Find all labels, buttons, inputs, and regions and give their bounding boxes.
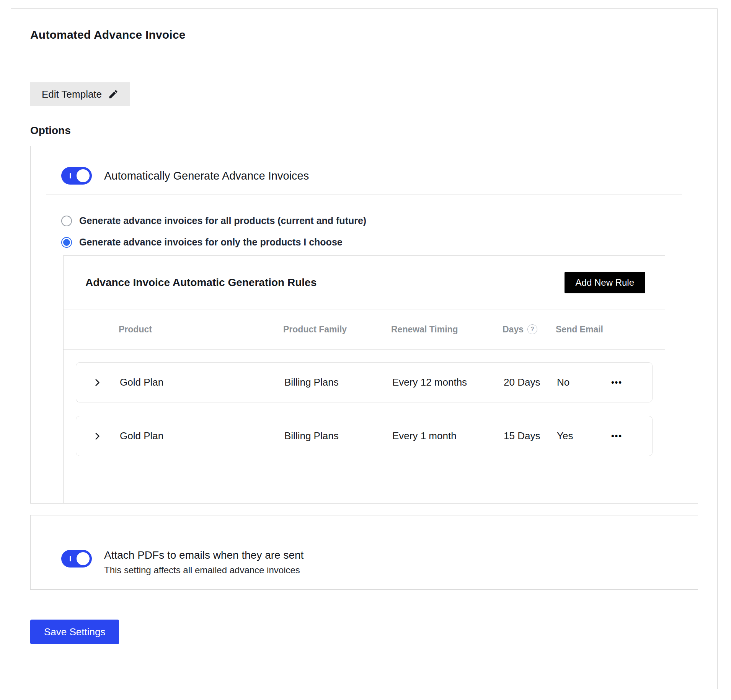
card-header: Automated Advance Invoice [11,9,717,61]
row-expand-button[interactable] [92,431,104,441]
cell-renewal-timing: Every 12 months [392,376,504,388]
card-content: Edit Template Options Automatically Gene… [11,61,717,644]
days-help-icon[interactable]: ? [527,324,537,334]
row-actions-ellipsis-icon[interactable]: ••• [611,432,622,440]
column-header-product-family: Product Family [283,324,391,335]
toggle-on-indicator [70,173,71,178]
cell-days: 15 Days [504,430,557,442]
cell-renewal-timing: Every 1 month [392,430,504,442]
row-expand-button[interactable] [92,378,104,388]
cell-product-family: Billing Plans [284,376,392,388]
attach-pdfs-description: This setting affects all emailed advance… [104,565,303,576]
row-actions-ellipsis-icon[interactable]: ••• [611,378,622,387]
chevron-right-icon [92,378,102,388]
toggle-divider [46,195,682,195]
toggle-on-indicator [70,556,71,561]
attach-pdfs-text: Attach PDFs to emails when they are sent… [104,549,303,576]
auto-generate-toggle[interactable] [61,167,92,185]
attach-pdfs-label: Attach PDFs to emails when they are sent [104,549,303,561]
radio-chosen-products-label: Generate advance invoices for only the p… [79,237,343,248]
cell-product: Gold Plan [120,376,284,388]
rules-panel: Advance Invoice Automatic Generation Rul… [63,255,665,503]
options-panel: Automatically Generate Advance Invoices … [30,146,698,504]
edit-template-button[interactable]: Edit Template [30,82,130,106]
column-header-send-email: Send Email [556,324,665,335]
rules-panel-header: Advance Invoice Automatic Generation Rul… [64,256,665,309]
radio-all-products-label: Generate advance invoices for all produc… [79,215,366,226]
rules-title: Advance Invoice Automatic Generation Rul… [85,276,317,289]
cell-days: 20 Days [504,376,557,388]
options-heading: Options [30,124,698,137]
add-new-rule-button[interactable]: Add New Rule [565,272,645,293]
radio-all-products[interactable]: Generate advance invoices for all produc… [61,215,698,226]
attach-pdfs-panel: Attach PDFs to emails when they are sent… [30,515,698,590]
attach-pdfs-toggle[interactable] [61,550,92,568]
column-header-product: Product [119,324,283,335]
toggle-knob [77,552,90,565]
rules-table-header: Product Product Family Renewal Timing Da… [64,309,665,350]
toggle-knob [77,169,90,182]
auto-generate-toggle-row: Automatically Generate Advance Invoices [31,146,698,185]
table-row[interactable]: Gold Plan Billing Plans Every 12 months … [76,362,653,402]
radio-chosen-products[interactable]: Generate advance invoices for only the p… [61,237,698,248]
automated-advance-invoice-card: Automated Advance Invoice Edit Template … [11,8,718,689]
auto-generate-label: Automatically Generate Advance Invoices [104,170,309,182]
save-settings-button[interactable]: Save Settings [30,620,119,644]
rules-rows-area: Gold Plan Billing Plans Every 12 months … [64,350,665,456]
radio-circle-selected[interactable] [61,237,72,248]
chevron-right-icon [92,431,102,441]
page-title: Automated Advance Invoice [30,28,186,41]
cell-send-email: Yes [557,430,599,442]
cell-send-email: No [557,376,599,388]
edit-template-label: Edit Template [42,88,102,100]
generation-scope-radio-group: Generate advance invoices for all produc… [61,215,698,248]
pencil-icon [108,89,119,100]
column-header-days: Days ? [503,324,556,335]
cell-product-family: Billing Plans [284,430,392,442]
table-row[interactable]: Gold Plan Billing Plans Every 1 month 15… [76,416,653,456]
column-header-renewal-timing: Renewal Timing [391,324,503,335]
radio-circle-unselected[interactable] [61,216,72,226]
cell-product: Gold Plan [120,430,284,442]
